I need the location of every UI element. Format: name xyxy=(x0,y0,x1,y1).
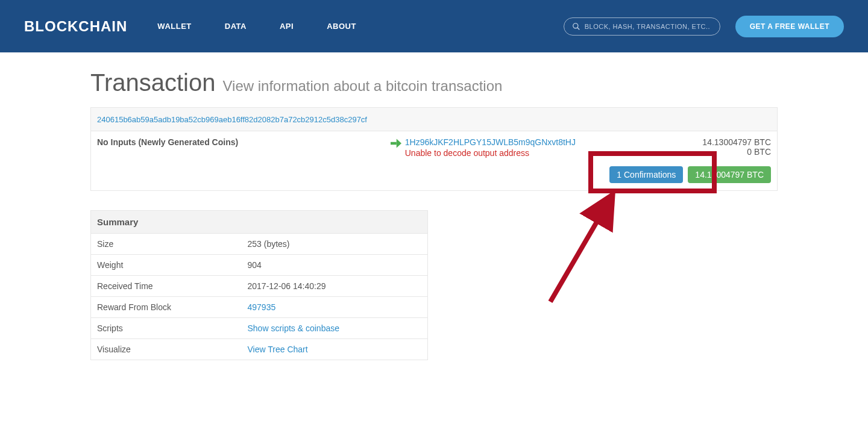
table-row: Reward From Block 497935 xyxy=(91,297,428,318)
svg-marker-3 xyxy=(396,139,401,148)
page-title: Transaction xyxy=(90,69,216,96)
arrow-wrap xyxy=(387,137,405,158)
tx-body: No Inputs (Newly Generated Coins) 1Hz96k… xyxy=(91,131,777,166)
reward-block-link[interactable]: 497935 xyxy=(248,302,276,312)
summary-received-label: Received Time xyxy=(91,276,242,297)
summary-scripts-label: Scripts xyxy=(91,318,242,339)
table-row: Received Time 2017-12-06 14:40:29 xyxy=(91,276,428,297)
tx-hash-row: 240615b6ab59a5adb19ba52cb969aeb16ff82d20… xyxy=(91,108,777,131)
page-title-row: Transaction View information about a bit… xyxy=(90,69,778,96)
logo[interactable]: BLOCKCHAIN xyxy=(24,18,127,35)
summary-table: Summary Size 253 (bytes) Weight 904 Rece… xyxy=(90,210,428,360)
arrow-right-icon xyxy=(391,139,401,148)
main-container: Transaction View information about a bit… xyxy=(90,69,778,384)
summary-weight-value: 904 xyxy=(242,255,428,276)
tx-output-amount-2: 0 BTC xyxy=(650,147,771,157)
tx-outputs: 1Hz96kJKF2HLPGY15JWLB5m9qGNxvt8tHJ Unabl… xyxy=(405,137,650,158)
search-input[interactable] xyxy=(564,17,720,36)
table-row: Scripts Show scripts & coinbase xyxy=(91,318,428,339)
summary-visualize-label: Visualize xyxy=(91,339,242,360)
search-wrap xyxy=(564,17,720,36)
tx-output-amounts: 14.13004797 BTC 0 BTC xyxy=(650,137,771,158)
nav-data[interactable]: DATA xyxy=(225,22,247,31)
svg-rect-2 xyxy=(391,142,397,145)
decode-error-text: Unable to decode output address xyxy=(405,148,650,158)
summary-weight-label: Weight xyxy=(91,255,242,276)
summary-size-label: Size xyxy=(91,234,242,255)
table-row: Size 253 (bytes) xyxy=(91,234,428,255)
table-row: Weight 904 xyxy=(91,255,428,276)
table-row: Visualize View Tree Chart xyxy=(91,339,428,360)
get-wallet-button[interactable]: GET A FREE WALLET xyxy=(735,16,844,37)
total-btc-badge[interactable]: 14.13004797 BTC xyxy=(688,166,771,183)
tx-total-row: 1 Confirmations 14.13004797 BTC xyxy=(91,166,777,190)
site-header: BLOCKCHAIN WALLET DATA API ABOUT GET A F… xyxy=(0,0,868,52)
page-subtitle: View information about a bitcoin transac… xyxy=(223,78,503,95)
tx-inputs-label: No Inputs (Newly Generated Coins) xyxy=(97,137,387,158)
nav-wallet[interactable]: WALLET xyxy=(157,22,191,31)
nav-api[interactable]: API xyxy=(280,22,294,31)
summary-reward-label: Reward From Block xyxy=(91,297,242,318)
summary-size-value: 253 (bytes) xyxy=(242,234,428,255)
view-tree-chart-link[interactable]: View Tree Chart xyxy=(248,345,308,354)
tx-hash-link[interactable]: 240615b6ab59a5adb19ba52cb969aeb16ff82d20… xyxy=(97,115,367,124)
header-right: GET A FREE WALLET xyxy=(564,16,844,37)
summary-received-value: 2017-12-06 14:40:29 xyxy=(242,276,428,297)
tx-output-address-link[interactable]: 1Hz96kJKF2HLPGY15JWLB5m9qGNxvt8tHJ xyxy=(405,137,576,147)
confirmations-badge[interactable]: 1 Confirmations xyxy=(609,166,683,183)
tx-output-amount-1: 14.13004797 BTC xyxy=(650,137,771,147)
main-nav: WALLET DATA API ABOUT xyxy=(157,22,356,31)
show-scripts-link[interactable]: Show scripts & coinbase xyxy=(248,323,340,333)
nav-about[interactable]: ABOUT xyxy=(327,22,356,31)
summary-header: Summary xyxy=(91,211,428,234)
transaction-box: 240615b6ab59a5adb19ba52cb969aeb16ff82d20… xyxy=(90,107,778,191)
